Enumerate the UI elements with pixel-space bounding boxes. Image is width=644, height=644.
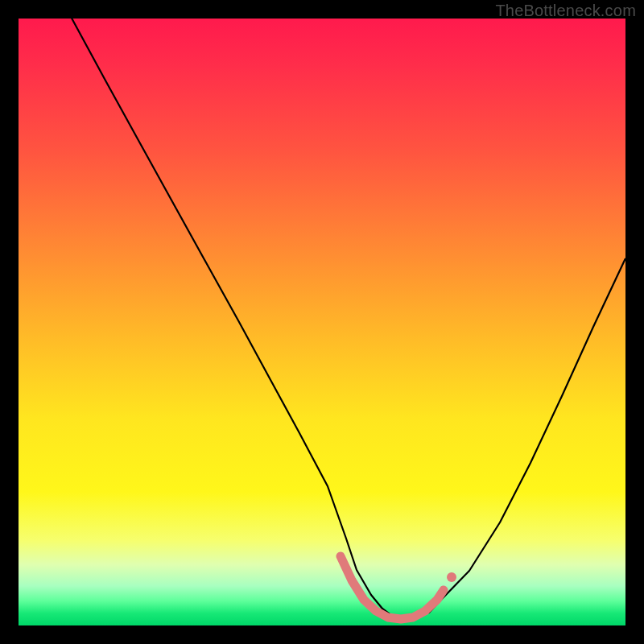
chart-curve	[69, 14, 625, 617]
chart-highlight-dot	[447, 572, 456, 582]
chart-svg	[19, 19, 625, 625]
chart-plot-area	[19, 19, 625, 625]
watermark-text: TheBottleneck.com	[495, 2, 636, 20]
chart-frame: TheBottleneck.com	[0, 0, 644, 644]
